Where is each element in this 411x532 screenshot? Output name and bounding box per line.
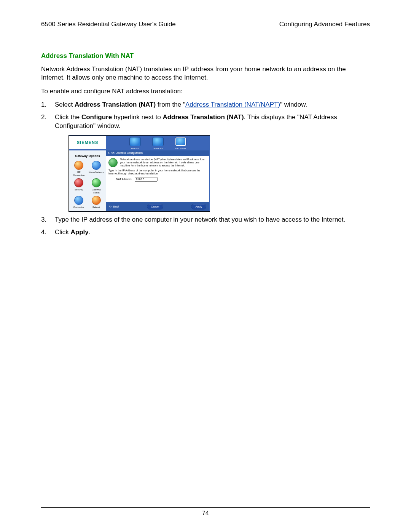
tab-devices[interactable]: DEVICES xyxy=(148,137,168,150)
main-panel: b. NAT Address Configuration Network add… xyxy=(106,150,210,211)
step-2-text: Click the xyxy=(55,113,81,121)
sidebar-item-label: Reboot xyxy=(89,206,104,209)
lock-icon xyxy=(74,178,83,187)
breadcrumb: b. NAT Address Configuration xyxy=(106,150,209,155)
section-title: Address Translation With NAT xyxy=(41,52,370,60)
top-tabbar: USERS DEVICES GATEWAY xyxy=(106,136,210,150)
running-header: 6500 Series Residential Gateway User's G… xyxy=(41,21,370,30)
sidebar-item-label: Security xyxy=(71,188,86,191)
tab-gateway-label: GATEWAY xyxy=(175,147,186,150)
cancel-button[interactable]: Cancel xyxy=(147,204,164,209)
step-3: Type the IP address of the one computer … xyxy=(41,216,370,224)
users-icon xyxy=(129,137,141,146)
sidebar-item-home[interactable]: Home Network xyxy=(89,161,104,177)
page-footer: 74 xyxy=(41,507,370,517)
back-button[interactable]: << Back xyxy=(109,205,119,208)
tab-gateway[interactable]: GATEWAY xyxy=(171,137,191,150)
step-2-mid: hyperlink next to xyxy=(112,113,162,121)
devices-icon xyxy=(152,137,164,146)
step-4-bold: Apply xyxy=(71,228,89,236)
sidebar-item-customize[interactable]: Customize xyxy=(71,196,86,209)
header-left: 6500 Series Residential Gateway User's G… xyxy=(41,21,176,28)
globe-icon xyxy=(74,161,83,170)
sidebar-item-isp[interactable]: ISP Connection xyxy=(71,161,86,177)
sidebar-title: Gateway Options xyxy=(71,154,104,158)
step-2-bold2: Address Translation (NAT) xyxy=(162,113,244,121)
gateway-icon xyxy=(175,137,186,146)
button-bar: << Back Cancel Apply xyxy=(106,202,209,211)
explain-text: Network address translation (NAT) direct… xyxy=(120,158,207,168)
nat-napt-link[interactable]: Address Translation (NAT/NAPT) xyxy=(185,101,280,108)
sidebar-item-label: ISP Connection xyxy=(71,171,86,177)
step-4-tail: . xyxy=(89,228,91,236)
nat-address-input[interactable] xyxy=(135,177,158,182)
step-1-bold: Address Translation (NAT) xyxy=(75,101,156,108)
sidebar-item-label: Home Network xyxy=(89,171,104,174)
sidebar-item-label: Gateway Health xyxy=(89,188,104,194)
tab-devices-label: DEVICES xyxy=(153,147,163,150)
gear-icon xyxy=(74,196,83,205)
nat-address-label: NAT Address: xyxy=(116,177,132,181)
sidebar: Gateway Options ISP Connection Home Netw… xyxy=(69,150,106,211)
sidebar-item-health[interactable]: Gateway Health xyxy=(89,178,104,194)
tab-users-label: USERS xyxy=(131,147,139,150)
header-right: Configuring Advanced Features xyxy=(279,21,370,28)
step-2-bold1: Configure xyxy=(81,113,112,121)
page-number: 74 xyxy=(202,510,209,516)
procedure-list: Select Address Translation (NAT) from th… xyxy=(41,101,370,237)
sidebar-item-security[interactable]: Security xyxy=(71,178,86,194)
health-icon xyxy=(92,178,101,187)
step-1-text: Select xyxy=(55,101,75,108)
brand-logo: SIEMENS xyxy=(69,136,106,149)
step-4: Click Apply. xyxy=(41,228,370,237)
home-icon xyxy=(92,161,101,170)
sidebar-item-label: Customize xyxy=(71,206,86,209)
sidebar-item-reboot[interactable]: Reboot xyxy=(89,196,104,209)
reboot-icon xyxy=(92,196,101,205)
step-2: Click the Configure hyperlink next to Ad… xyxy=(41,113,370,212)
prompt-text: Type in the IP Address of the computer i… xyxy=(106,169,209,176)
step-1-mid: from the " xyxy=(156,101,185,108)
apply-button[interactable]: Apply xyxy=(191,204,206,209)
lead-in: To enable and configure NAT address tran… xyxy=(41,87,370,96)
intro-paragraph: Network Address Translation (NAT) transl… xyxy=(41,65,370,82)
embedded-screenshot: SIEMENS USERS DEVICES xyxy=(68,135,370,212)
step-1: Select Address Translation (NAT) from th… xyxy=(41,101,370,109)
step-4-text: Click xyxy=(55,228,71,236)
tab-users[interactable]: USERS xyxy=(125,137,145,150)
step-1-tail: " window. xyxy=(280,101,307,108)
nat-icon xyxy=(108,158,118,167)
